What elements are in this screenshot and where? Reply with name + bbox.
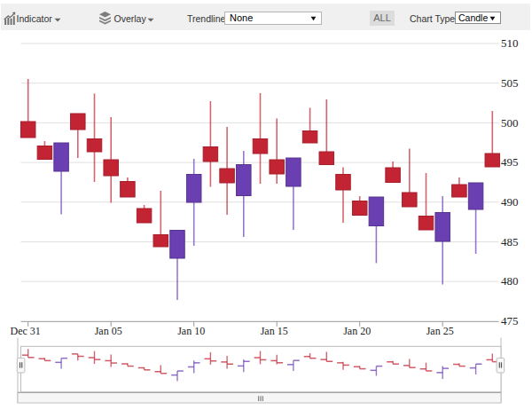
svg-text:Jan 25: Jan 25 xyxy=(426,325,454,337)
svg-text:510: 510 xyxy=(501,36,519,50)
svg-text:500: 500 xyxy=(501,116,519,130)
svg-text:475: 475 xyxy=(501,314,519,327)
svg-text:Jan 10: Jan 10 xyxy=(177,325,205,337)
svg-text:Jan 05: Jan 05 xyxy=(95,325,122,337)
svg-text:485: 485 xyxy=(501,235,519,248)
svg-text:495: 495 xyxy=(501,155,519,169)
svg-text:Dec 31: Dec 31 xyxy=(11,325,41,337)
svg-text:Jan 20: Jan 20 xyxy=(343,325,371,337)
svg-text:490: 490 xyxy=(501,195,519,209)
svg-text:480: 480 xyxy=(501,274,519,288)
svg-text:Jan 15: Jan 15 xyxy=(261,325,288,337)
svg-text:505: 505 xyxy=(501,76,519,90)
